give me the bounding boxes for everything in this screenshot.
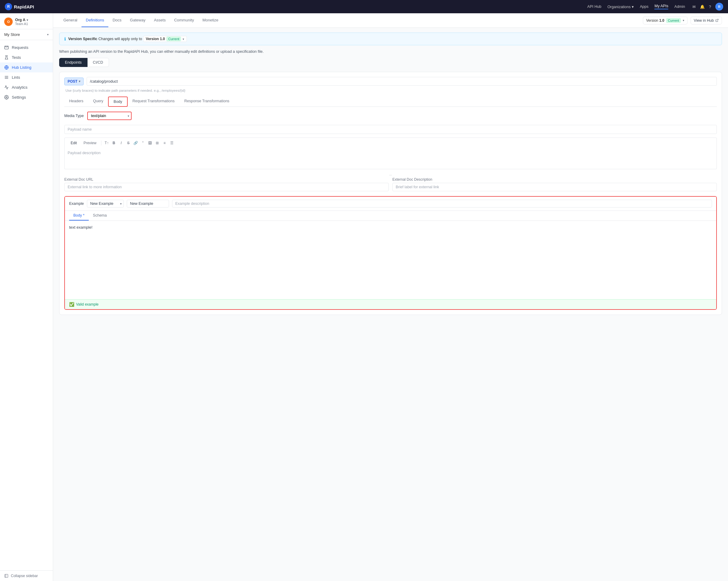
brand-text: RapidAPI bbox=[14, 4, 34, 9]
user-avatar[interactable]: R bbox=[715, 3, 723, 10]
navbar: R RapidAPI API Hub Organizations ▾ Apps … bbox=[0, 0, 728, 13]
tab-docs[interactable]: Docs bbox=[108, 13, 126, 27]
rapid-logo: R bbox=[5, 3, 12, 10]
org-avatar: O bbox=[4, 18, 13, 26]
sidebar-item-lints[interactable]: Lints bbox=[0, 73, 53, 82]
media-type-row: Media Type text/plain application/json a… bbox=[64, 112, 717, 120]
italic-icon[interactable]: I bbox=[118, 140, 124, 146]
param-tab-request-transform[interactable]: Request Transformations bbox=[128, 96, 180, 107]
navbar-link-admin[interactable]: Admin bbox=[674, 4, 685, 9]
banner-chevron-icon: ▾ bbox=[183, 37, 184, 41]
example-tab-body[interactable]: Body * bbox=[69, 211, 89, 221]
navbar-link-myapis[interactable]: My APIs bbox=[654, 4, 668, 9]
path-hint: Use {curly braces} to indicate path para… bbox=[64, 89, 717, 92]
text-format-icon[interactable]: T↑ bbox=[103, 140, 110, 146]
version-inline-badge[interactable]: Version 1.0 Current ▾ bbox=[143, 36, 187, 42]
strikethrough-icon[interactable]: S bbox=[125, 140, 132, 146]
toolbar-separator bbox=[101, 141, 101, 145]
sidebar-item-requests[interactable]: Requests bbox=[0, 43, 53, 53]
example-dropdown[interactable]: New Example bbox=[87, 200, 124, 207]
example-dropdown-wrapper[interactable]: New Example ▾ bbox=[87, 200, 124, 208]
param-tab-headers[interactable]: Headers bbox=[64, 96, 88, 107]
quote-icon[interactable]: " bbox=[139, 140, 146, 146]
globe-icon bbox=[4, 65, 9, 70]
tab-gateway[interactable]: Gateway bbox=[126, 13, 150, 27]
link-icon[interactable]: 🔗 bbox=[132, 140, 139, 146]
version-label: Version 1.0 bbox=[646, 19, 664, 23]
external-doc-desc-group: External Doc Description bbox=[392, 177, 717, 191]
flask-icon bbox=[4, 55, 9, 60]
navbar-icons: ✉ 🔔 ? R bbox=[693, 3, 723, 10]
settings-icon bbox=[4, 95, 9, 100]
bold-icon[interactable]: B bbox=[110, 140, 117, 146]
path-input[interactable] bbox=[87, 77, 717, 86]
tab-definitions[interactable]: Definitions bbox=[81, 13, 108, 27]
store-chevron-icon: ▾ bbox=[47, 33, 49, 36]
editor-resize-handle[interactable]: ··· bbox=[64, 173, 717, 177]
sidebar-store[interactable]: My Store ▾ bbox=[0, 29, 53, 40]
bell-icon[interactable]: 🔔 bbox=[700, 4, 705, 9]
example-label: Example bbox=[69, 201, 84, 206]
example-content[interactable]: text example! bbox=[65, 221, 716, 299]
list-icon bbox=[4, 75, 9, 80]
navbar-link-organizations[interactable]: Organizations ▾ bbox=[607, 4, 634, 9]
sidebar-item-tests[interactable]: Tests bbox=[0, 53, 53, 62]
org-info: Org A ▾ Team A1 bbox=[15, 18, 49, 26]
example-name-input[interactable] bbox=[127, 200, 169, 208]
bullet-list-icon[interactable]: ≡ bbox=[161, 140, 168, 146]
external-doc-desc-label: External Doc Description bbox=[392, 177, 717, 182]
navbar-link-apps[interactable]: Apps bbox=[640, 4, 649, 9]
param-tabs: Headers Query Body Request Transformatio… bbox=[64, 96, 717, 107]
navbar-link-apihub[interactable]: API Hub bbox=[587, 4, 601, 9]
endpoint-tab-endpoints[interactable]: Endpoints bbox=[59, 58, 87, 67]
param-tab-response-transform[interactable]: Response Transformations bbox=[179, 96, 234, 107]
payload-name-input[interactable] bbox=[64, 125, 717, 134]
org-dropdown-icon: ▾ bbox=[27, 19, 28, 22]
mail-icon[interactable]: ✉ bbox=[693, 4, 696, 9]
chart-icon bbox=[4, 85, 9, 90]
collapse-icon bbox=[4, 574, 8, 578]
editor-tab-preview[interactable]: Preview bbox=[81, 140, 100, 146]
version-chevron-icon: ▾ bbox=[683, 19, 684, 22]
sidebar-item-hublisting[interactable]: Hub Listing bbox=[0, 62, 53, 73]
sidebar-collapse[interactable]: Collapse sidebar bbox=[0, 571, 53, 581]
endpoint-tabs: Endpoints CI/CD bbox=[59, 58, 722, 67]
tab-monetize[interactable]: Monetize bbox=[198, 13, 223, 27]
example-desc-input[interactable] bbox=[172, 200, 712, 208]
external-doc-url-group: External Doc URL bbox=[64, 177, 389, 191]
help-icon[interactable]: ? bbox=[709, 4, 711, 9]
method-select[interactable]: POST ▾ bbox=[64, 78, 84, 85]
version-badge[interactable]: Version 1.0 Current ▾ bbox=[643, 17, 687, 24]
editor-tab-edit[interactable]: Edit bbox=[68, 140, 80, 146]
method-value: POST bbox=[68, 79, 78, 84]
valid-icon: ✅ bbox=[69, 302, 74, 307]
brand[interactable]: R RapidAPI bbox=[5, 3, 34, 10]
tab-assets[interactable]: Assets bbox=[150, 13, 170, 27]
external-doc-desc-input[interactable] bbox=[392, 183, 717, 191]
sidebar-item-label: Tests bbox=[12, 55, 21, 60]
valid-example-footer: ✅ Valid example bbox=[65, 299, 716, 309]
sidebar-item-label: Hub Listing bbox=[12, 65, 31, 70]
table-icon[interactable]: ⊞ bbox=[154, 140, 161, 146]
sidebar-item-analytics[interactable]: Analytics bbox=[0, 82, 53, 92]
example-tab-schema[interactable]: Schema bbox=[89, 211, 111, 221]
param-tab-body[interactable]: Body bbox=[108, 96, 128, 107]
version-banner: ℹ Version Specific Changes will apply on… bbox=[59, 33, 722, 45]
image-icon[interactable]: 🖼 bbox=[147, 140, 153, 146]
editor-body[interactable]: Payload description bbox=[64, 148, 717, 169]
ordered-list-icon[interactable]: ☰ bbox=[168, 140, 175, 146]
param-tab-query[interactable]: Query bbox=[88, 96, 108, 107]
media-type-label: Media Type bbox=[64, 114, 84, 118]
sidebar-item-settings[interactable]: Settings bbox=[0, 92, 53, 102]
external-doc-url-input[interactable] bbox=[64, 183, 389, 191]
editor-toolbar: Edit Preview T↑ B I S 🔗 " 🖼 ⊞ ≡ ☰ bbox=[64, 138, 717, 148]
endpoint-tab-cicd[interactable]: CI/CD bbox=[87, 58, 109, 67]
sidebar-org[interactable]: O Org A ▾ Team A1 bbox=[0, 13, 53, 29]
view-in-hub-button[interactable]: View in Hub bbox=[691, 17, 722, 24]
media-type-select[interactable]: text/plain application/json application/… bbox=[88, 112, 131, 119]
tab-community[interactable]: Community bbox=[170, 13, 198, 27]
method-chevron-icon: ▾ bbox=[79, 80, 80, 83]
media-type-select-wrapper[interactable]: text/plain application/json application/… bbox=[87, 112, 132, 120]
example-section: Example New Example ▾ Body * Schema bbox=[64, 196, 717, 310]
tab-general[interactable]: General bbox=[59, 13, 81, 27]
